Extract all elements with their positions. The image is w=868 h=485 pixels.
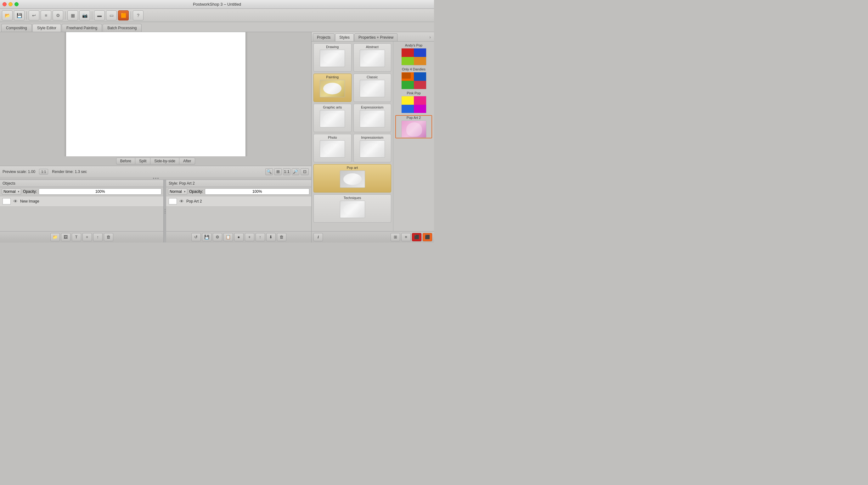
objects-delete-button[interactable]: 🗑 bbox=[104, 233, 113, 241]
style-label-impressionism: Impressionism bbox=[361, 135, 383, 139]
toolbar-sep-2 bbox=[65, 11, 65, 20]
style-content: 👁 Pop Art 2 bbox=[166, 196, 311, 231]
style-add-button[interactable]: + bbox=[245, 233, 254, 241]
pop-style-only-4-dandies[interactable]: Only 4 Dandies bbox=[395, 67, 432, 89]
layer-visibility-icon[interactable]: 👁 bbox=[13, 199, 18, 204]
split2-button[interactable]: ▭ bbox=[106, 10, 117, 21]
preview-tab-after[interactable]: After bbox=[179, 158, 195, 164]
style-panel: Style: Pop Art 2 Normal Opacity: 👁 Pop A… bbox=[166, 180, 311, 243]
style-delete-button[interactable]: 🗑 bbox=[277, 233, 286, 241]
right-tab-properties[interactable]: Properties + Preview bbox=[354, 33, 398, 41]
objects-opacity-label: Opacity: bbox=[23, 189, 37, 194]
settings-button[interactable]: ⚙ bbox=[53, 10, 63, 21]
objects-image-button[interactable]: 🖼 bbox=[61, 233, 70, 241]
drag-dots bbox=[153, 178, 159, 179]
pop-thumb-only-4-dandies bbox=[401, 72, 427, 89]
zoom-out-button[interactable]: 🔍 bbox=[265, 168, 273, 175]
style-save-button[interactable]: 💾 bbox=[202, 233, 212, 241]
zoom-in-button[interactable]: 🔎 bbox=[292, 168, 299, 175]
style-card-pop-art[interactable]: Pop art bbox=[313, 164, 391, 193]
expand-right-icon[interactable]: › bbox=[427, 33, 433, 41]
divider-dot-1 bbox=[164, 209, 165, 210]
camera-button[interactable]: 📷 bbox=[79, 10, 90, 21]
right-tab-projects[interactable]: Projects bbox=[313, 33, 335, 41]
help-button[interactable]: ? bbox=[133, 10, 144, 21]
info-button[interactable]: i bbox=[313, 233, 323, 241]
style-card-expressionism[interactable]: Expressionism bbox=[353, 104, 392, 132]
style-blend-select[interactable]: Normal bbox=[168, 188, 187, 195]
divider-dot-3 bbox=[164, 213, 165, 214]
style-up-button[interactable]: ↑ bbox=[255, 233, 265, 241]
main-tabs: Compositing Style Editor Freehand Painti… bbox=[0, 22, 434, 32]
style-blend-wrapper[interactable]: Normal bbox=[168, 188, 187, 195]
panel-divider[interactable] bbox=[164, 180, 166, 243]
right-color-button2[interactable]: ⬛ bbox=[423, 233, 432, 241]
history-button[interactable]: ≡ bbox=[40, 10, 51, 21]
objects-opacity-input[interactable] bbox=[39, 188, 161, 195]
style-card-impressionism[interactable]: Impressionism bbox=[353, 134, 392, 162]
style-card-abstract[interactable]: Abstract bbox=[353, 43, 392, 72]
style-thumb-drawing bbox=[320, 50, 345, 67]
right-panel-bottom-bar: i ⊞ ≡ ⬛ ⬛ bbox=[312, 231, 434, 243]
color-button[interactable]: 🟧 bbox=[118, 10, 129, 21]
objects-add-button[interactable]: + bbox=[83, 233, 92, 241]
drag-handle[interactable] bbox=[0, 177, 311, 180]
style-card-photo[interactable]: Photo bbox=[313, 134, 351, 162]
style-card-painting[interactable]: Painting bbox=[313, 74, 351, 102]
expand-button[interactable]: ⊡ bbox=[301, 168, 309, 175]
tab-freehand[interactable]: Freehand Painting bbox=[62, 24, 102, 32]
tab-batch[interactable]: Batch Processing bbox=[102, 24, 141, 32]
right-tab-styles[interactable]: Styles bbox=[335, 33, 354, 41]
pop-thumb-pop-art-2 bbox=[401, 121, 427, 138]
style-card-drawing[interactable]: Drawing bbox=[313, 43, 351, 72]
zoom-fit-button[interactable]: ⊞ bbox=[274, 168, 282, 175]
tab-compositing[interactable]: Compositing bbox=[1, 24, 32, 32]
toolbar-sep-3 bbox=[92, 11, 92, 20]
render-time-label: Render time: 1.3 sec bbox=[52, 169, 87, 174]
maximize-button[interactable] bbox=[14, 2, 19, 6]
split1-button[interactable]: ▬ bbox=[94, 10, 105, 21]
style-layer-row[interactable]: 👁 Pop Art 2 bbox=[166, 196, 311, 207]
right-color-button1[interactable]: ⬛ bbox=[412, 233, 422, 241]
right-view-button2[interactable]: ≡ bbox=[401, 233, 411, 241]
divider-dot-2 bbox=[164, 211, 165, 212]
tab-style-editor[interactable]: Style Editor bbox=[32, 24, 61, 32]
pop-style-pink-pop[interactable]: Pink Pop bbox=[395, 91, 432, 113]
objects-blend-select[interactable]: Normal bbox=[2, 188, 21, 195]
style-reload-button[interactable]: ↺ bbox=[191, 233, 201, 241]
style-thumb-abstract bbox=[360, 50, 385, 67]
style-down-button[interactable]: ⬇ bbox=[266, 233, 276, 241]
undo-button[interactable]: ↩ bbox=[29, 10, 39, 21]
open-button[interactable]: 📂 bbox=[2, 10, 12, 21]
preview-tab-side-by-side[interactable]: Side-by-side bbox=[150, 158, 179, 164]
style-thumb-expressionism bbox=[360, 110, 385, 127]
style-opacity-input[interactable] bbox=[205, 188, 309, 195]
style-panel-header: Style: Pop Art 2 bbox=[166, 180, 311, 187]
close-button[interactable] bbox=[2, 2, 7, 6]
zoom-1-1-button[interactable]: 1:1 bbox=[283, 168, 290, 175]
style-circle-button[interactable]: ● bbox=[234, 233, 244, 241]
objects-open-button[interactable]: 📁 bbox=[50, 233, 60, 241]
objects-blend-wrapper[interactable]: Normal bbox=[2, 188, 21, 195]
pop-style-pop-art-2[interactable]: Pop Art 2 bbox=[395, 115, 432, 138]
styles-main-grid: Drawing Abstract Painting Classic bbox=[312, 41, 393, 231]
style-settings-button[interactable]: ⚙ bbox=[213, 233, 222, 241]
select-button[interactable]: ▦ bbox=[67, 10, 78, 21]
style-card-graphic-arts[interactable]: Graphic arts bbox=[313, 104, 351, 132]
preview-tab-before[interactable]: Before bbox=[116, 158, 135, 164]
layer-row-new-image[interactable]: 👁 New Image bbox=[0, 196, 163, 207]
layer-thumbnail bbox=[2, 198, 11, 204]
scale-1-1-button[interactable]: 1:1 bbox=[39, 169, 48, 174]
minimize-button[interactable] bbox=[8, 2, 12, 6]
objects-up-button[interactable]: ↑ bbox=[93, 233, 102, 241]
right-view-button1[interactable]: ⊞ bbox=[391, 233, 400, 241]
objects-text-button[interactable]: T bbox=[72, 233, 81, 241]
preview-tab-split[interactable]: Split bbox=[135, 158, 150, 164]
style-copy-button[interactable]: 📋 bbox=[223, 233, 233, 241]
pop-thumb-pink-pop bbox=[401, 96, 427, 113]
save-button[interactable]: 💾 bbox=[14, 10, 25, 21]
style-card-techniques[interactable]: Techniques bbox=[313, 194, 391, 223]
style-visibility-icon[interactable]: 👁 bbox=[179, 199, 184, 204]
style-card-classic[interactable]: Classic bbox=[353, 74, 392, 102]
pop-style-andys-pop[interactable]: Andy's Pop bbox=[395, 43, 432, 65]
